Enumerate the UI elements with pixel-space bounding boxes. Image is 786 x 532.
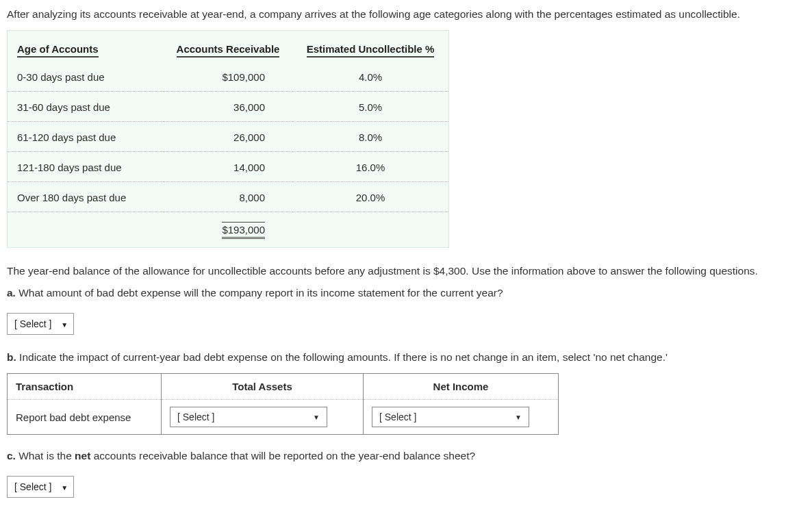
select-total-assets[interactable]: [ Select ] ▼ bbox=[170, 407, 327, 427]
impact-row-label: Report bad debt expense bbox=[8, 400, 162, 435]
chevron-down-icon: ▼ bbox=[61, 484, 68, 492]
impact-row: Report bad debt expense [ Select ] ▼ [ S… bbox=[8, 400, 559, 435]
cell-age: 31-60 days past due bbox=[8, 92, 164, 122]
question-b-text: Indicate the impact of current-year bad … bbox=[16, 351, 668, 363]
question-c-post: accounts receivable balance that will be… bbox=[90, 450, 475, 461]
select-answer-a[interactable]: [ Select ] ▼ bbox=[7, 313, 74, 335]
cell-ar: 14,000 bbox=[164, 152, 292, 182]
age-table-container: Age of Accounts Accounts Receivable Esti… bbox=[7, 30, 449, 248]
question-b-label: b. bbox=[7, 351, 16, 363]
cell-age: 121-180 days past due bbox=[8, 152, 164, 182]
header-total-assets: Total Assets bbox=[162, 374, 364, 400]
select-answer-c[interactable]: [ Select ] ▼ bbox=[7, 476, 74, 498]
select-net-income[interactable]: [ Select ] ▼ bbox=[372, 407, 529, 427]
chevron-down-icon: ▼ bbox=[61, 321, 68, 329]
question-c: c. What is the net accounts receivable b… bbox=[7, 450, 779, 462]
table-row: 31-60 days past due 36,000 5.0% bbox=[8, 92, 448, 122]
question-b: b. Indicate the impact of current-year b… bbox=[7, 351, 779, 364]
header-ar: Accounts Receivable bbox=[164, 31, 292, 62]
impact-income-cell: [ Select ] ▼ bbox=[364, 400, 559, 435]
cell-age: 0-30 days past due bbox=[8, 62, 164, 92]
chevron-down-icon: ▼ bbox=[515, 414, 522, 421]
table-row: 61-120 days past due 26,000 8.0% bbox=[8, 122, 448, 152]
cell-ar: $109,000 bbox=[164, 62, 292, 92]
cell-pct: 4.0% bbox=[292, 62, 448, 92]
header-age: Age of Accounts bbox=[8, 31, 164, 62]
cell-age: 61-120 days past due bbox=[8, 122, 164, 152]
chevron-down-icon: ▼ bbox=[313, 414, 320, 421]
question-a-text: What amount of bad debt expense will the… bbox=[16, 287, 503, 299]
select-placeholder: [ Select ] bbox=[379, 411, 416, 422]
question-c-label: c. bbox=[7, 450, 16, 461]
cell-age: Over 180 days past due bbox=[8, 182, 164, 212]
question-c-bold: net bbox=[75, 450, 90, 461]
table-row: 121-180 days past due 14,000 16.0% bbox=[8, 152, 448, 182]
cell-pct: 16.0% bbox=[292, 152, 448, 182]
cell-pct: 5.0% bbox=[292, 92, 448, 122]
select-placeholder: [ Select ] bbox=[14, 481, 51, 492]
cell-ar: 26,000 bbox=[164, 122, 292, 152]
impact-assets-cell: [ Select ] ▼ bbox=[162, 400, 364, 435]
table-row: 0-30 days past due $109,000 4.0% bbox=[8, 62, 448, 92]
cell-ar: 8,000 bbox=[164, 182, 292, 212]
select-placeholder: [ Select ] bbox=[177, 411, 214, 422]
select-placeholder: [ Select ] bbox=[14, 318, 51, 329]
question-a-label: a. bbox=[7, 287, 16, 299]
header-pct: Estimated Uncollectible % bbox=[292, 31, 448, 62]
cell-ar: 36,000 bbox=[164, 92, 292, 122]
total-row: $193,000 bbox=[8, 212, 448, 248]
intro-text: After analyzing its accounts receivable … bbox=[7, 8, 779, 21]
age-table: Age of Accounts Accounts Receivable Esti… bbox=[8, 31, 448, 247]
question-c-pre: What is the bbox=[16, 450, 75, 461]
question-a: a. What amount of bad debt expense will … bbox=[7, 287, 779, 299]
header-net-income: Net Income bbox=[364, 374, 559, 400]
table-row: Over 180 days past due 8,000 20.0% bbox=[8, 182, 448, 212]
cell-pct: 20.0% bbox=[292, 182, 448, 212]
total-ar: $193,000 bbox=[164, 212, 292, 248]
header-transaction: Transaction bbox=[8, 374, 162, 400]
cell-pct: 8.0% bbox=[292, 122, 448, 152]
impact-table: Transaction Total Assets Net Income Repo… bbox=[7, 373, 559, 435]
context-paragraph: The year-end balance of the allowance fo… bbox=[7, 265, 779, 277]
